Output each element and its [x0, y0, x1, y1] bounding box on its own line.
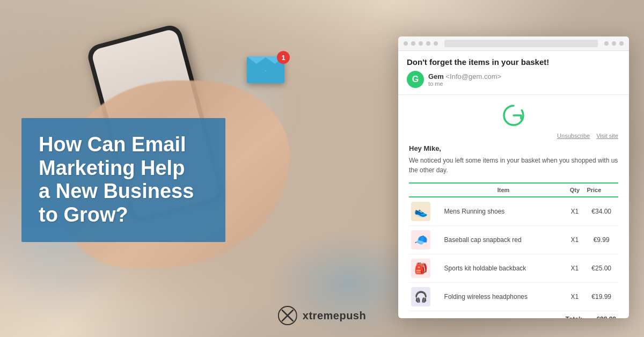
- item-qty-cell: X1: [565, 197, 584, 226]
- sender-info: Gem <Info@gem.com> to me: [428, 72, 620, 87]
- item-price-cell: €9.99: [584, 226, 618, 254]
- item-price-cell: €34.00: [584, 197, 618, 226]
- item-name-cell: Baseball cap snapback red: [442, 226, 565, 254]
- item-icon: 🧢: [411, 230, 430, 250]
- xtremepush-logo-icon: [278, 306, 297, 325]
- item-qty-cell: X1: [565, 226, 584, 254]
- browser-btn-8: [619, 41, 624, 46]
- col-item: Item: [442, 183, 565, 197]
- item-price-cell: €19.99: [584, 283, 618, 311]
- browser-btn-4: [426, 41, 430, 46]
- col-price: Price: [584, 183, 618, 197]
- item-name-cell: Mens Running shoes: [442, 197, 565, 226]
- item-name-cell: Sports kit holdable backback: [442, 254, 565, 283]
- item-image-cell: 👟: [409, 197, 442, 226]
- table-row: 👟 Mens Running shoes X1 €34.00: [409, 197, 618, 226]
- col-image: [409, 183, 442, 197]
- email-body: Unsubscribe Visit site Hey Mike, We noti…: [398, 95, 629, 318]
- email-subject: Don't forget the items in your basket!: [407, 57, 620, 67]
- item-qty-cell: X1: [565, 283, 584, 311]
- browser-btn-1: [404, 41, 408, 46]
- total-value: €88.98: [584, 311, 618, 319]
- total-row: Total: €88.98: [409, 311, 618, 319]
- sender-avatar: G: [407, 71, 424, 88]
- item-icon: 🎧: [411, 287, 430, 306]
- sender-row: G Gem <Info@gem.com> to me: [407, 71, 620, 88]
- item-qty-cell: X1: [565, 254, 584, 283]
- browser-address-bar[interactable]: [444, 40, 598, 47]
- basket-table: Item Qty Price 👟 Mens Running shoes X1 €…: [409, 182, 618, 318]
- brand-logo: [502, 104, 525, 127]
- email-intro-text: We noticed you left some items in your b…: [409, 156, 618, 175]
- browser-chrome: [398, 36, 629, 51]
- table-row: 🧢 Baseball cap snapback red X1 €9.99: [409, 226, 618, 254]
- browser-btn-3: [419, 41, 423, 46]
- total-label: Total:: [566, 316, 583, 318]
- sender-to: to me: [428, 80, 620, 87]
- item-image-cell: 🎧: [409, 283, 442, 311]
- item-price-cell: €25.00: [584, 254, 618, 283]
- email-greeting: Hey Mike,: [409, 144, 618, 152]
- item-image-cell: 🧢: [409, 226, 442, 254]
- table-row: 🎒 Sports kit holdable backback X1 €25.00: [409, 254, 618, 283]
- headline-box: How Can Email Marketing Help a New Busin…: [21, 118, 225, 242]
- item-image-cell: 🎒: [409, 254, 442, 283]
- visit-site-link[interactable]: Visit site: [596, 133, 618, 139]
- notification-badge: 1: [277, 51, 290, 64]
- unsubscribe-link[interactable]: Unsubscribe: [557, 133, 590, 139]
- browser-btn-5: [434, 41, 438, 46]
- item-icon: 👟: [411, 202, 430, 221]
- headline-text: How Can Email Marketing Help a New Busin…: [39, 133, 208, 227]
- browser-btn-6: [604, 41, 609, 46]
- email-window: Don't forget the items in your basket! G…: [398, 36, 629, 318]
- col-qty: Qty: [565, 183, 584, 197]
- email-header: Don't forget the items in your basket! G…: [398, 51, 629, 95]
- browser-btn-7: [612, 41, 616, 46]
- email-links-row: Unsubscribe Visit site: [409, 133, 618, 139]
- brand-logo-area: [409, 104, 618, 129]
- browser-btn-2: [411, 41, 415, 46]
- item-icon: 🎒: [411, 259, 430, 278]
- brand-name-text: xtremepush: [303, 310, 366, 322]
- table-header-row: Item Qty Price: [409, 183, 618, 197]
- table-row: 🎧 Folding wireless headphones X1 €19.99: [409, 283, 618, 311]
- bottom-brand: xtremepush: [278, 306, 366, 325]
- sender-name: Gem <Info@gem.com>: [428, 72, 620, 80]
- email-notification: 1: [247, 56, 284, 83]
- item-name-cell: Folding wireless headphones: [442, 283, 565, 311]
- sender-email: <Info@gem.com>: [446, 72, 502, 80]
